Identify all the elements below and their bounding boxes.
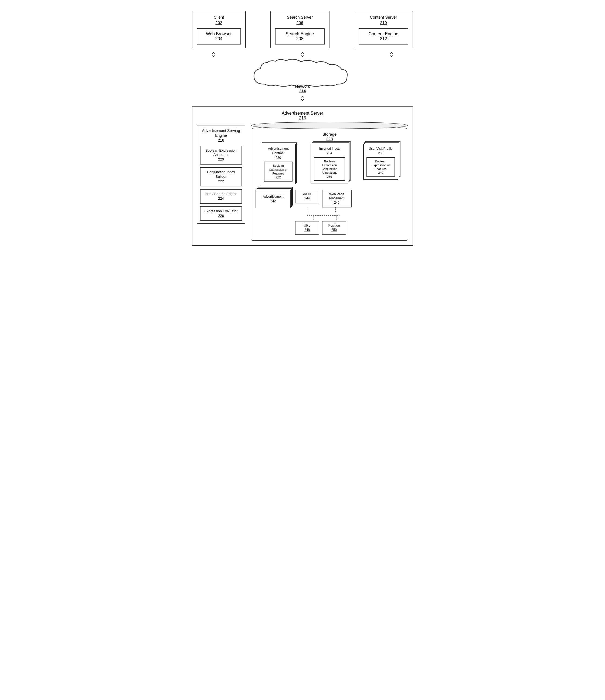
right-column: Storage 228 Advertisement Contract — [251, 125, 408, 241]
expression-evaluator-label: Expression Evaluator — [204, 209, 238, 213]
docs-top-row: Advertisement Contract 230 Boolean Expre… — [256, 144, 404, 184]
content-engine-box: Content Engine 212 — [359, 28, 408, 45]
url-position-row: URL 248 Position 250 — [295, 221, 346, 235]
boolean-annotator-number: 220 — [218, 157, 224, 161]
adid-webplacement-group: Ad ID 244 Web Page Placement 246 — [295, 190, 352, 235]
boolean-annotator-box: Boolean Expression Annotator 220 — [200, 146, 242, 165]
advertisement-label: Advertisement — [263, 195, 284, 199]
user-visit-stack: User Visit Profile 238 Boolean Expressio… — [363, 144, 398, 180]
search-server-box: Search Server 206 Search Engine 208 — [270, 11, 330, 48]
network-number: 214 — [299, 89, 306, 93]
ad-id-box: Ad ID 244 — [295, 190, 319, 203]
right-arrow: ⇕ — [389, 51, 394, 58]
ad-server-inner: Advertisement Serving Engine 218 Boolean… — [197, 125, 408, 241]
diagram-container: Client 202 Web Browser 204 Search Server… — [187, 5, 418, 251]
url-box: URL 248 — [295, 221, 319, 235]
user-visit-label: User Visit Profile — [369, 147, 392, 151]
bool-expr-conj-label: Boolean Expression Conjunction Annotatio… — [322, 160, 337, 175]
adid-webplacement-row: Ad ID 244 Web Page Placement 246 — [295, 190, 352, 208]
search-engine-label: Search Engine — [279, 31, 320, 36]
content-server-number: 210 — [380, 20, 387, 25]
ad-contract-stack: Advertisement Contract 230 Boolean Expre… — [261, 144, 296, 184]
search-server-number: 206 — [296, 20, 303, 25]
content-engine-number: 212 — [363, 36, 404, 41]
search-engine-box: Search Engine 208 — [275, 28, 324, 45]
ad-server-number: 216 — [299, 116, 306, 120]
expression-evaluator-box: Expression Evaluator 226 — [200, 206, 242, 221]
inverted-index-number: 234 — [327, 151, 332, 155]
position-label: Position — [329, 224, 340, 227]
content-server-title: Content Server 210 — [359, 15, 408, 25]
top-arrows-row: ⇕ ⇕ ⇕ — [211, 51, 394, 58]
content-engine-label: Content Engine — [363, 31, 404, 36]
ad-id-label: Ad ID — [303, 192, 311, 196]
position-number: 250 — [331, 228, 337, 232]
storage-number: 228 — [326, 136, 333, 141]
content-server-box: Content Server 210 Content Engine 212 — [354, 11, 413, 48]
web-page-label: Web Page Placement — [329, 192, 345, 200]
connector-lines — [295, 207, 352, 221]
web-browser-label: Web Browser — [201, 31, 237, 36]
docs-bottom-row: Advertisement 242 Ad ID 2 — [256, 190, 404, 235]
left-arrow: ⇕ — [211, 51, 216, 58]
url-label: URL — [304, 224, 310, 227]
content-server-label: Content Server — [370, 15, 397, 19]
index-search-box: Index Search Engine 224 — [200, 189, 242, 204]
bool-expr-features2-label: Boolean Expression of Features — [371, 160, 390, 171]
inverted-index-label: Inverted Index — [319, 147, 340, 151]
left-column: Advertisement Serving Engine 218 Boolean… — [197, 125, 245, 241]
search-server-label: Search Server — [287, 15, 313, 19]
top-row: Client 202 Web Browser 204 Search Server… — [192, 11, 413, 48]
ad-id-number: 244 — [305, 196, 310, 200]
center-arrow: ⇕ — [300, 51, 305, 58]
ad-server-label: Advertisement Server — [282, 111, 323, 116]
client-number: 202 — [215, 20, 222, 25]
web-browser-number: 204 — [201, 36, 237, 41]
search-engine-number: 208 — [279, 36, 320, 41]
inverted-index-stack: Inverted Index 234 Boolean Expression Co… — [311, 144, 348, 183]
bool-expr-conj-number: 236 — [327, 175, 332, 178]
conjunction-builder-label: Conjunction Index Builder — [207, 170, 235, 179]
conjunction-builder-box: Conjunction Index Builder 222 — [200, 167, 242, 186]
ad-contract-number: 230 — [275, 156, 281, 160]
web-page-box: Web Page Placement 246 — [322, 190, 352, 208]
boolean-annotator-label: Boolean Expression Annotator — [205, 148, 237, 157]
advertisement-stack: Advertisement 242 — [256, 190, 291, 208]
bool-expr-features2-number: 240 — [378, 171, 383, 174]
bool-expr-conj-box: Boolean Expression Conjunction Annotatio… — [314, 157, 345, 181]
url-number: 248 — [305, 228, 310, 232]
ad-contract-label: Advertisement Contract — [268, 147, 289, 155]
search-server-title: Search Server 206 — [275, 15, 324, 25]
advertisement-number: 242 — [270, 199, 276, 203]
client-label: Client — [214, 15, 224, 19]
bottom-arrow: ⇕ — [300, 95, 305, 102]
bool-expr-features-box: Boolean Expression of Features 232 — [264, 161, 292, 181]
conjunction-builder-number: 222 — [218, 179, 224, 183]
expression-evaluator-number: 226 — [218, 214, 224, 218]
serving-engine-box: Advertisement Serving Engine 218 Boolean… — [197, 125, 245, 224]
network-title: Network — [295, 84, 310, 89]
position-box: Position 250 — [322, 221, 346, 235]
bool-expr-features2-box: Boolean Expression of Features 240 — [366, 157, 395, 177]
bool-expr-features-number: 232 — [276, 176, 281, 179]
ad-server-box: Advertisement Server 216 Advertisement S… — [192, 106, 413, 246]
storage-container: Storage 228 Advertisement Contract — [251, 125, 408, 241]
web-page-number: 246 — [334, 201, 339, 204]
storage-title: Storage — [322, 132, 337, 136]
ad-server-title: Advertisement Server 216 — [197, 111, 408, 121]
network-section: ⇕ ⇕ ⇕ Network 214 ⇕ — [192, 51, 413, 104]
network-cloud: Network 214 — [248, 58, 357, 93]
index-search-label: Index Search Engine — [205, 192, 238, 196]
client-box: Client 202 Web Browser 204 — [192, 11, 246, 48]
bool-expr-features-label: Boolean Expression of Features — [269, 164, 287, 175]
index-search-number: 224 — [218, 196, 224, 200]
connector-svg — [295, 207, 352, 221]
serving-engine-label: Advertisement Serving Engine — [202, 128, 240, 138]
serving-engine-number: 218 — [218, 138, 224, 143]
web-browser-box: Web Browser 204 — [197, 28, 241, 45]
cylinder-top — [251, 122, 408, 129]
user-visit-number: 238 — [378, 151, 384, 155]
client-title: Client 202 — [197, 15, 241, 25]
serving-engine-title: Advertisement Serving Engine 218 — [200, 128, 242, 143]
storage-label: Storage 228 — [256, 132, 404, 141]
